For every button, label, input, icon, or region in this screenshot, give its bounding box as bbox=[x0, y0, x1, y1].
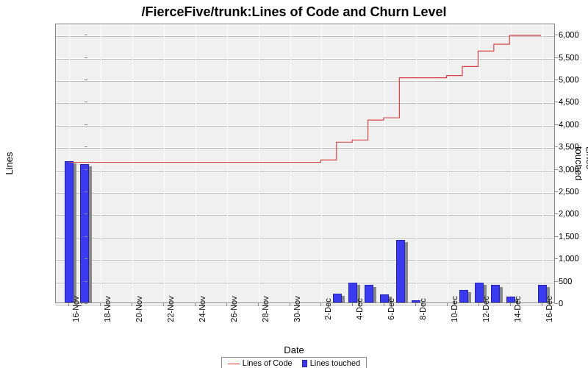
y-tick-right: 1,500 bbox=[559, 232, 579, 241]
legend-label-loc: Lines of Code bbox=[243, 358, 293, 367]
x-tick: 2-Dec bbox=[323, 298, 332, 319]
x-tick: 18-Nov bbox=[103, 296, 112, 322]
x-tick: 16-Dec bbox=[545, 296, 553, 322]
lines-of-code-line bbox=[56, 24, 554, 302]
legend-swatch-line bbox=[228, 364, 240, 364]
x-tick: 4-Dec bbox=[355, 298, 364, 319]
x-tick: 24-Nov bbox=[198, 296, 207, 322]
x-tick: 22-Nov bbox=[166, 296, 175, 322]
x-tick: 6-Dec bbox=[387, 298, 395, 319]
plot-area bbox=[55, 24, 555, 303]
chart-title: /FierceFive/trunk:Lines of Code and Chur… bbox=[0, 0, 588, 20]
legend: Lines of Code Lines touched bbox=[0, 357, 588, 368]
y-tick-right: 2,000 bbox=[559, 209, 579, 218]
x-tick: 8-Dec bbox=[418, 298, 427, 319]
chart-container: /FierceFive/trunk:Lines of Code and Chur… bbox=[0, 0, 588, 368]
y-tick-right: 2,500 bbox=[559, 187, 579, 196]
y-tick-right: 0 bbox=[559, 299, 563, 308]
y-tick-right: 4,500 bbox=[559, 97, 579, 106]
x-tick: 12-Dec bbox=[481, 296, 490, 322]
x-axis-title: Date bbox=[0, 344, 588, 355]
x-tick: 16-Nov bbox=[71, 296, 80, 322]
x-tick: 14-Dec bbox=[513, 296, 522, 322]
y-tick-right: 500 bbox=[559, 277, 572, 286]
y-axis-right-title: Lines touched bbox=[573, 146, 588, 180]
x-tick: 30-Nov bbox=[293, 296, 301, 322]
x-tick: 10-Dec bbox=[450, 296, 459, 322]
legend-label-touched: Lines touched bbox=[310, 358, 361, 367]
x-tick: 20-Nov bbox=[135, 296, 143, 322]
y-tick-right: 6,000 bbox=[559, 30, 579, 39]
x-tick: 26-Nov bbox=[229, 296, 238, 322]
x-tick: 28-Nov bbox=[261, 296, 270, 322]
legend-swatch-bar bbox=[302, 360, 307, 367]
y-axis-left-title: Lines bbox=[4, 152, 15, 174]
y-tick-right: 1,000 bbox=[559, 254, 579, 263]
y-tick-right: 5,500 bbox=[559, 53, 579, 62]
y-tick-right: 3,000 bbox=[559, 165, 579, 174]
y-tick-right: 3,500 bbox=[559, 142, 579, 151]
y-tick-right: 5,000 bbox=[559, 75, 579, 84]
y-tick-right: 4,000 bbox=[559, 120, 579, 129]
